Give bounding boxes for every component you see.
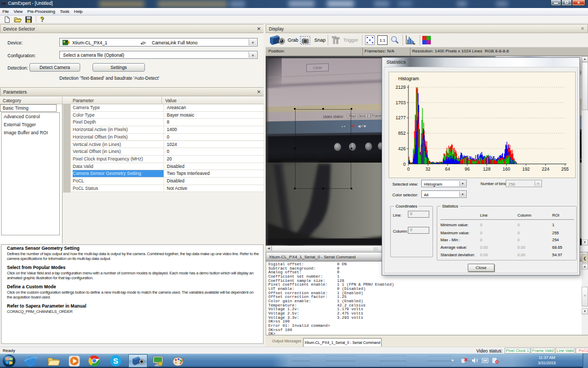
svg-text:255: 255	[561, 166, 569, 172]
svg-text:128: 128	[483, 166, 491, 172]
svg-text:2129: 2129	[396, 85, 406, 90]
svg-text:32: 32	[425, 166, 431, 172]
svg-text:160: 160	[502, 166, 510, 172]
svg-text:96: 96	[465, 166, 470, 172]
svg-text:1277: 1277	[396, 115, 406, 120]
svg-text:S: S	[113, 357, 118, 365]
svg-text:426: 426	[398, 146, 406, 151]
svg-text:0: 0	[407, 166, 410, 172]
svg-text:64: 64	[445, 166, 451, 172]
svg-text:192: 192	[522, 166, 530, 172]
svg-text:0: 0	[403, 162, 406, 167]
svg-text:224: 224	[542, 166, 550, 172]
svg-text:1703: 1703	[396, 100, 406, 105]
svg-text:852: 852	[398, 131, 406, 136]
